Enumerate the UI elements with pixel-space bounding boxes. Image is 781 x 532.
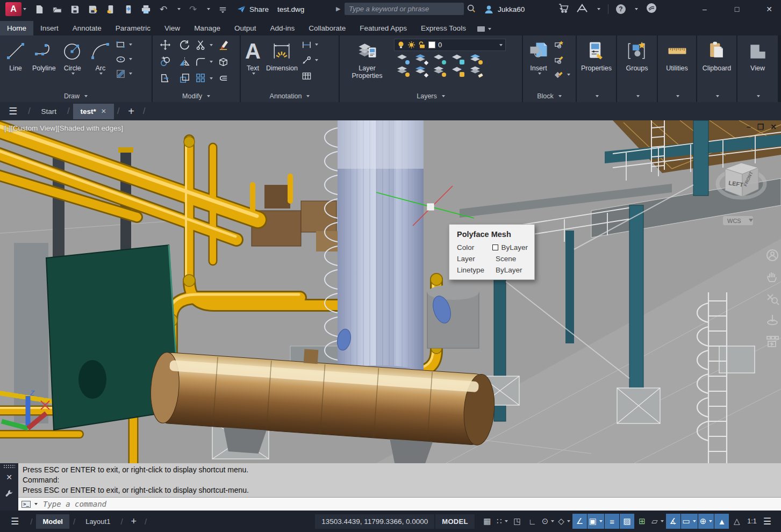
edit-block-button[interactable]	[554, 54, 570, 65]
command-close-icon[interactable]: ✕	[6, 473, 12, 481]
ribbon-tab-manage[interactable]: Manage	[187, 21, 227, 35]
navigation-wheel-icon[interactable]	[765, 248, 779, 262]
zoom-extents-icon[interactable]	[765, 291, 779, 305]
ribbon-tab-express-tools[interactable]: Express Tools	[414, 21, 473, 35]
ribbon-tab-annotate[interactable]: Annotate	[66, 21, 109, 35]
3d-object-snap-toggle[interactable]: ▱	[650, 514, 665, 529]
selection-filtering-caret-icon[interactable]	[693, 520, 696, 522]
object-snap-toggle[interactable]: ▣	[587, 514, 604, 529]
insert-button[interactable]: Insert	[526, 38, 551, 90]
arc-caret-icon[interactable]	[99, 73, 103, 75]
circle-button[interactable]: Circle	[60, 38, 85, 90]
ribbon-tab-collaborate[interactable]: Collaborate	[302, 21, 353, 35]
text-caret-icon[interactable]	[252, 73, 255, 75]
viewport-controls-label[interactable]: [-][Custom View][Shaded with edges]	[4, 124, 123, 132]
plot-button[interactable]	[140, 4, 151, 15]
polar-caret-icon[interactable]	[551, 520, 554, 522]
save-to-mobile-button[interactable]	[105, 4, 116, 15]
layer-isolate-button[interactable]	[414, 53, 427, 63]
ribbon-tab-parametric[interactable]: Parametric	[109, 21, 157, 35]
showmotion-icon[interactable]	[765, 334, 779, 348]
open-file-button[interactable]	[52, 4, 62, 15]
object-snap-caret-icon[interactable]	[599, 520, 603, 522]
coordinates-display[interactable]: 13503.4439, 11799.3366, 0.0000	[315, 514, 434, 529]
undo-caret-icon[interactable]	[177, 8, 181, 10]
command-input[interactable]	[40, 499, 781, 509]
arc-button[interactable]: Arc	[88, 38, 113, 90]
dim-linear-caret-icon[interactable]	[315, 44, 318, 46]
new-file-button[interactable]	[34, 4, 45, 15]
drawing-viewport[interactable]: Z [-][Custom View][Shaded with edges] – …	[0, 120, 781, 463]
line-button[interactable]: Line	[3, 38, 28, 90]
create-block-button[interactable]	[554, 39, 570, 50]
ribbon-tab-addins[interactable]: Add-ins	[263, 21, 302, 35]
new-layout-button[interactable]: +	[131, 516, 137, 527]
groups-button[interactable]: Groups	[624, 38, 650, 90]
redo-caret-icon[interactable]	[207, 8, 210, 10]
ribbon-tab-insert[interactable]: Insert	[33, 21, 66, 35]
3d-osnap-caret-icon[interactable]	[661, 520, 664, 522]
rectangle-caret-icon[interactable]	[129, 44, 132, 46]
command-prompt-icon[interactable]: >_	[22, 501, 31, 508]
ribbon-tab-output[interactable]: Output	[227, 21, 263, 35]
command-recent-caret-icon[interactable]	[34, 503, 38, 505]
offset-button[interactable]	[218, 73, 229, 84]
layer-unisolate-button[interactable]	[414, 66, 427, 76]
model-tab[interactable]: Model	[36, 514, 69, 529]
window-close-button[interactable]: ✕	[762, 5, 777, 13]
fillet-button[interactable]	[195, 56, 213, 67]
dynamic-input-toggle[interactable]: ◳	[510, 514, 525, 529]
isometric-caret-icon[interactable]	[567, 520, 570, 522]
insert-caret-icon[interactable]	[538, 73, 541, 75]
user-account[interactable]: Jukka60	[484, 0, 563, 18]
layer-properties-button[interactable]: Layer Properties	[342, 38, 392, 90]
search-icon[interactable]	[467, 4, 476, 16]
layout1-tab[interactable]: Layout1	[79, 514, 117, 529]
text-button[interactable]: A Text	[243, 38, 262, 90]
panel-title-view[interactable]	[737, 90, 778, 102]
panel-title-modify[interactable]: Modify	[153, 90, 240, 102]
panel-title-draw[interactable]: Draw	[0, 90, 152, 102]
new-drawing-tab-button[interactable]: +	[128, 105, 134, 118]
array-button[interactable]	[195, 73, 213, 84]
dimension-button[interactable]: Dimension	[264, 38, 299, 90]
explode-button[interactable]	[218, 56, 229, 67]
redo-button[interactable]: ↷	[188, 4, 198, 15]
edit-attributes-caret-icon[interactable]	[567, 74, 570, 76]
annotation-visibility-toggle[interactable]: ▲	[714, 514, 729, 529]
isometric-drafting-toggle[interactable]: ◇	[556, 514, 572, 529]
command-customize-wrench-icon[interactable]	[5, 489, 13, 498]
clipboard-button[interactable]: Clipboard	[701, 38, 733, 90]
panel-title-properties[interactable]	[577, 90, 616, 102]
doc-title-arrow-icon[interactable]: ▶	[336, 5, 340, 12]
customize-qat-button[interactable]	[217, 4, 228, 15]
osnap-tracking-toggle[interactable]: ∠	[572, 514, 587, 529]
erase-button[interactable]	[218, 39, 229, 51]
pan-hand-icon[interactable]	[765, 270, 779, 284]
command-grip-handle[interactable]	[3, 464, 15, 469]
annotation-scale-button[interactable]: 1:1	[747, 517, 756, 525]
panel-title-clipboard[interactable]	[697, 90, 736, 102]
layout-menu-icon[interactable]: ☰	[11, 516, 19, 527]
utilities-button[interactable]: Utilities	[664, 38, 690, 90]
file-tabs-menu-icon[interactable]: ☰	[9, 105, 17, 117]
trim-caret-icon[interactable]	[210, 44, 213, 46]
rotate-button[interactable]	[179, 39, 190, 51]
viewport-3d-scene[interactable]: Z	[0, 120, 781, 463]
dimension-linear-button[interactable]	[302, 39, 318, 50]
snap-mode-toggle[interactable]: ∷	[495, 514, 510, 529]
cart-icon[interactable]	[558, 3, 569, 16]
gizmo-toggle[interactable]: ⊕	[698, 514, 714, 529]
selection-cycling-toggle[interactable]: ⊞	[635, 514, 649, 529]
hatch-button[interactable]	[116, 68, 132, 79]
customization-menu-icon[interactable]: ☰	[763, 516, 771, 527]
ribbon-tab-view[interactable]: View	[157, 21, 187, 35]
model-space-indicator[interactable]: MODEL	[435, 514, 474, 529]
layer-on-button[interactable]	[396, 66, 409, 76]
layer-select-combo[interactable]: 0	[394, 39, 506, 51]
file-tab-test[interactable]: test*✕	[73, 104, 114, 119]
panel-title-groups[interactable]	[617, 90, 657, 102]
circle-caret-icon[interactable]	[71, 73, 75, 75]
move-button[interactable]	[160, 39, 171, 51]
polyline-button[interactable]: Polyline	[31, 38, 58, 90]
